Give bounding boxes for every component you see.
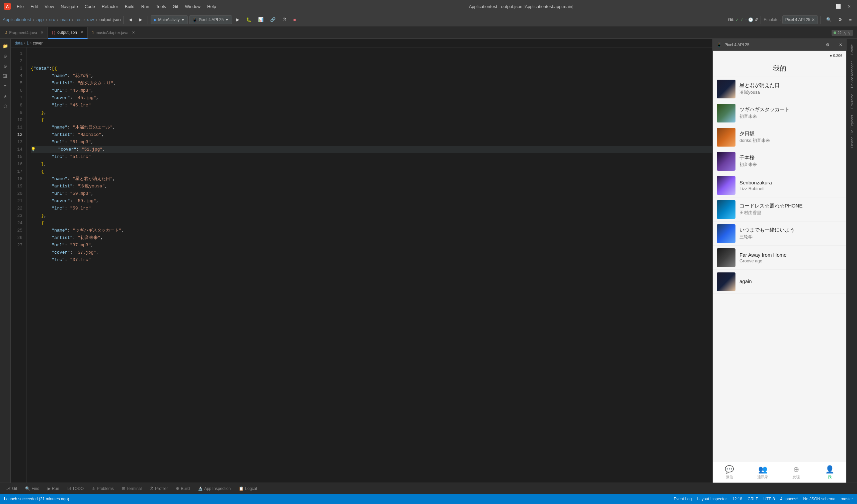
structure-icon[interactable]: ≡ (1, 82, 10, 90)
tab-close-musicadapter[interactable]: ✕ (132, 31, 135, 35)
forward-button[interactable]: ▶ (136, 15, 145, 24)
bottom-tab-run[interactable]: ▶ Run (44, 485, 63, 492)
phone-list-item-5[interactable]: コードレス☆照れ☆PHONE田村由香里 (713, 198, 846, 221)
status-indent[interactable]: 4 spaces* (780, 497, 798, 501)
breadcrumb-src[interactable]: src (49, 17, 55, 22)
emulator-close-icon[interactable]: ✕ (839, 43, 842, 47)
resource-manager-icon[interactable]: 🖼 (1, 72, 10, 80)
right-tab-device-manager[interactable]: Device Manager (848, 58, 855, 91)
phone-list-item-8[interactable]: again (713, 270, 846, 294)
breadcrumb-main[interactable]: main (61, 17, 70, 22)
bottom-tab-app-inspection[interactable]: 🔬 App Inspection (195, 485, 234, 492)
bottom-tab-problems[interactable]: ⚠ Problems (88, 485, 117, 492)
build-variants-icon[interactable]: ⬡ (1, 102, 10, 111)
close-button[interactable]: ✕ (845, 2, 853, 11)
breadcrumb-file[interactable]: output.json (99, 17, 121, 22)
bottom-tab-terminal[interactable]: ⊞ Terminal (118, 485, 145, 492)
window-controls: — ⬜ ✕ (824, 2, 853, 11)
phone-list-item-6[interactable]: いつまでも一緒にいよう三轮学 (713, 221, 846, 246)
menu-refactor[interactable]: Refactor (99, 3, 121, 10)
nav-me[interactable]: 👤 我 (813, 465, 846, 480)
phone-item-title-3: 千本桜 (739, 155, 842, 161)
code-container[interactable]: 1234567891011121314151617181920212223242… (11, 48, 712, 483)
status-crlf[interactable]: CRLF (747, 497, 758, 501)
menu-navigate[interactable]: Navigate (58, 3, 80, 10)
settings-button[interactable]: ⚙ (836, 15, 845, 24)
breadcrumb-project[interactable]: Applicationtest (3, 17, 31, 22)
menu-help[interactable]: Help (204, 3, 219, 10)
emulator-settings-icon[interactable]: ⚙ (826, 43, 829, 47)
breadcrumb-res[interactable]: res (75, 17, 81, 22)
menu-run[interactable]: Run (139, 3, 152, 10)
menu-tools[interactable]: Tools (153, 3, 169, 10)
tab-musicadapter[interactable]: J musicAdapter.java ✕ (88, 27, 139, 39)
debug-button[interactable]: 🐛 (243, 15, 254, 24)
back-button[interactable]: ◀ (126, 15, 135, 24)
menu-file[interactable]: File (14, 3, 27, 10)
phone-list-item-4[interactable]: SenbonzakuraLizz Robinett (713, 173, 846, 198)
phone-list-item-1[interactable]: ツギハギスタッカート初音未来 (713, 101, 846, 125)
nav-contacts[interactable]: 👥 通讯录 (746, 465, 780, 480)
tab-outputjson[interactable]: { } output.json ✕ (48, 27, 88, 39)
tab-fragment4[interactable]: J Fragment4.java ✕ (1, 27, 48, 39)
errors-expand[interactable]: ∧ (843, 30, 846, 35)
menu-code[interactable]: Code (82, 3, 98, 10)
right-tab-gradle[interactable]: Gradle (848, 41, 855, 58)
phone-list-item-0[interactable]: 星と君が消えた日冷嵐yousa (713, 77, 846, 101)
breadcrumb-app[interactable]: app (36, 17, 44, 22)
menu-window[interactable]: Window (182, 3, 203, 10)
nav-discover[interactable]: ⊕ 发现 (780, 465, 813, 480)
commit-icon[interactable]: ⊕ (1, 52, 10, 60)
code-line-3: "artist": "酸欠少女さユり", (31, 80, 712, 87)
errors-collapse[interactable]: ∨ (847, 30, 851, 35)
phone-list-item-3[interactable]: 千本桜初音未来 (713, 149, 846, 173)
maximize-button[interactable]: ⬜ (834, 2, 842, 11)
phone-list-item-7[interactable]: Far Away from HomeGroove age (713, 246, 846, 270)
phone-list-item-2[interactable]: 夕日坂doriko,初音未来 (713, 125, 846, 149)
menu-build[interactable]: Build (122, 3, 137, 10)
device-selector[interactable]: 📱 Pixel 4 API 25 ▼ (189, 15, 232, 24)
project-icon[interactable]: 📁 (1, 41, 10, 50)
phone-item-title-0: 星と君が消えた日 (739, 82, 842, 89)
bottom-tab-profiler[interactable]: ⏱ Profiler (146, 485, 171, 492)
status-layout-inspector[interactable]: Layout Inspector (697, 497, 727, 501)
run-button[interactable]: ▶ (233, 15, 242, 24)
profile-button[interactable]: ⏱ (280, 15, 289, 24)
code-content[interactable]: {"data":[{ "name": "花の塔", "artist": "酸欠少… (27, 48, 712, 483)
right-tab-emulator[interactable]: Emulator (848, 91, 855, 112)
bottom-tab-todo[interactable]: ☑ TODO (64, 485, 87, 492)
problems-tab-icon: ⚠ (92, 486, 96, 491)
status-event-log[interactable]: Event Log (674, 497, 692, 501)
pull-requests-icon[interactable]: ⊛ (1, 62, 10, 70)
minimize-button[interactable]: — (824, 2, 831, 11)
breadcrumb-raw[interactable]: raw (87, 17, 94, 22)
editor-area: data › 1 › cover 12345678910111213141516… (11, 39, 712, 483)
bottom-tab-build[interactable]: ⚙ Build (172, 485, 193, 492)
menu-edit[interactable]: Edit (28, 3, 40, 10)
nav-weixin[interactable]: 💬 微信 (713, 465, 746, 480)
run-with-coverage[interactable]: 📊 (255, 15, 266, 24)
favorites-icon[interactable]: ★ (1, 92, 10, 100)
status-charset[interactable]: UTF-8 (763, 497, 775, 501)
bottom-tab-find[interactable]: 🔍 Find (22, 485, 43, 492)
main-activity-selector[interactable]: ▶ MainActivity ▼ (151, 15, 188, 24)
stop-button[interactable]: ■ (290, 15, 299, 24)
bottom-tab-logcat[interactable]: 📋 Logcat (235, 485, 261, 492)
status-json-schema[interactable]: No JSON schema (803, 497, 835, 501)
tab-close-fragment4[interactable]: ✕ (40, 31, 44, 35)
right-tab-file-explorer[interactable]: Device File Explorer (848, 112, 855, 150)
more-button[interactable]: ≡ (846, 15, 854, 24)
emulator-device-selector[interactable]: Pixel 4 API 25 ✕ (782, 15, 818, 24)
toolbar: Applicationtest › app › src › main › res… (0, 13, 857, 27)
code-line-17: "artist": "冷嵐yousa", (31, 183, 712, 190)
tab-close-outputjson[interactable]: ✕ (80, 30, 83, 34)
java-icon-2: J (92, 31, 94, 35)
search-button[interactable]: 🔍 (824, 15, 834, 24)
status-branch[interactable]: master (841, 497, 853, 501)
code-line-7: }, (31, 109, 712, 116)
attach-debugger[interactable]: 🔗 (268, 15, 278, 24)
menu-git[interactable]: Git (170, 3, 181, 10)
menu-view[interactable]: View (42, 3, 56, 10)
emulator-minus-icon[interactable]: — (832, 43, 836, 47)
bottom-tab-git[interactable]: ⎇ Git (3, 485, 20, 492)
